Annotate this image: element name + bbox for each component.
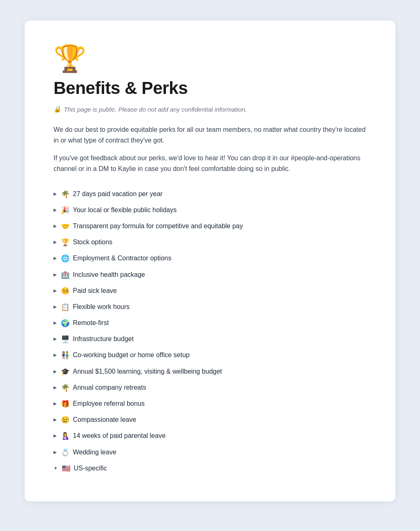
toggle-arrow[interactable]: ▶ (54, 433, 57, 439)
toggle-arrow[interactable]: ▶ (54, 223, 57, 229)
list-item: ▶ 🏆 Stock options (54, 234, 366, 250)
item-text: Annual $1,500 learning, visiting & wellb… (73, 366, 222, 377)
item-emoji: 💍 (61, 447, 70, 458)
item-text: Remote-first (73, 318, 109, 328)
toggle-arrow[interactable]: ▶ (54, 304, 57, 310)
item-text: Wedding leave (73, 447, 117, 458)
toggle-arrow-down[interactable]: ▼ (54, 465, 58, 472)
toggle-arrow[interactable]: ▶ (54, 255, 57, 262)
item-emoji: 📋 (61, 302, 70, 313)
toggle-arrow[interactable]: ▶ (54, 384, 57, 391)
item-text: Employment & Contractor options (73, 253, 171, 264)
item-emoji: 🏥 (61, 269, 70, 281)
list-item: ▶ 🌐 Employment & Contractor options (54, 250, 366, 267)
item-emoji: 👫 (61, 350, 70, 361)
item-emoji: 🤝 (61, 221, 70, 232)
list-item: ▶ 🌴 27 days paid vacation per year (54, 186, 366, 202)
toggle-arrow[interactable]: ▶ (54, 191, 57, 197)
toggle-arrow[interactable]: ▶ (54, 336, 57, 342)
page-card: 🏆 Benefits & Perks 🔒 This page is public… (25, 21, 395, 501)
list-item: ▶ 👫 Co-working budget or home office set… (54, 347, 366, 363)
item-emoji: 🎉 (61, 205, 70, 216)
list-item: ▶ 🏥 Inclusive health package (54, 267, 366, 283)
toggle-arrow[interactable]: ▶ (54, 288, 57, 294)
description-2: If you've got feedback about our perks, … (54, 153, 366, 175)
list-item: ▶ 🤝 Transparent pay formula for competit… (54, 218, 366, 234)
item-emoji: 🎁 (61, 398, 70, 409)
list-item: ▶ 🎉 Your local or flexible public holida… (54, 202, 366, 218)
description-1: We do our best to provide equitable perk… (54, 124, 366, 146)
item-text: Inclusive health package (73, 269, 145, 280)
list-item: ▶ 📋 Flexible work hours (54, 299, 366, 315)
list-item: ▼ 🇺🇸 US-specific (54, 461, 366, 477)
item-emoji: 🇺🇸 (62, 463, 70, 474)
item-emoji: 🌴 (61, 189, 70, 200)
toggle-arrow[interactable]: ▶ (54, 320, 57, 326)
benefits-list: ▶ 🌴 27 days paid vacation per year ▶ 🎉 Y… (54, 186, 366, 477)
toggle-arrow[interactable]: ▶ (54, 400, 57, 407)
item-emoji: 🌍 (61, 318, 70, 329)
trophy-emoji: 🏆 (54, 45, 366, 72)
item-text: Annual company retreats (73, 382, 146, 393)
item-emoji: 😢 (61, 414, 70, 426)
item-emoji: 🌴 (61, 382, 70, 393)
item-text: Compassionate leave (73, 414, 136, 425)
list-item: ▶ 🌴 Annual company retreats (54, 380, 366, 396)
toggle-arrow[interactable]: ▶ (54, 239, 57, 246)
list-item: ▶ 💍 Wedding leave (54, 444, 366, 461)
public-notice: 🔒 This page is public. Please do not add… (54, 105, 366, 113)
item-emoji: 🤒 (61, 285, 70, 297)
toggle-arrow[interactable]: ▶ (54, 416, 57, 423)
item-text: Transparent pay formula for competitive … (73, 221, 243, 232)
list-item: ▶ 🤒 Paid sick leave (54, 283, 366, 299)
list-item: ▶ 🎓 Annual $1,500 learning, visiting & w… (54, 364, 366, 380)
page-title: Benefits & Perks (54, 78, 366, 98)
toggle-arrow[interactable]: ▶ (54, 449, 57, 456)
item-emoji: 🎓 (61, 366, 70, 377)
list-item: ▶ 🎁 Employee referral bonus (54, 396, 366, 412)
list-item: ▶ 🤱 14 weeks of paid parental leave (54, 428, 366, 444)
item-text: 27 days paid vacation per year (73, 189, 163, 199)
item-text: Employee referral bonus (73, 398, 145, 409)
item-emoji: 🤱 (61, 430, 70, 442)
item-text: Flexible work hours (73, 302, 130, 312)
item-text: US-specific (74, 463, 107, 474)
list-item: ▶ 😢 Compassionate leave (54, 412, 366, 428)
lock-icon: 🔒 (54, 105, 61, 113)
toggle-arrow[interactable]: ▶ (54, 207, 57, 213)
item-text: Stock options (73, 237, 112, 248)
item-emoji: 🏆 (61, 237, 70, 248)
toggle-arrow[interactable]: ▶ (54, 352, 57, 358)
toggle-arrow[interactable]: ▶ (54, 368, 57, 375)
toggle-arrow[interactable]: ▶ (54, 271, 57, 278)
item-text: Infrastructure budget (73, 334, 134, 344)
item-text: Your local or flexible public holidays (73, 205, 177, 215)
item-emoji: 🌐 (61, 253, 70, 264)
item-emoji: 🖥️ (61, 334, 70, 345)
list-item: ▶ 🖥️ Infrastructure budget (54, 331, 366, 347)
item-text: 14 weeks of paid parental leave (73, 430, 166, 441)
item-text: Paid sick leave (73, 285, 117, 296)
public-notice-text: This page is public. Please do not add a… (64, 106, 247, 113)
list-item: ▶ 🌍 Remote-first (54, 315, 366, 331)
item-text: Co-working budget or home office setup (73, 350, 189, 360)
